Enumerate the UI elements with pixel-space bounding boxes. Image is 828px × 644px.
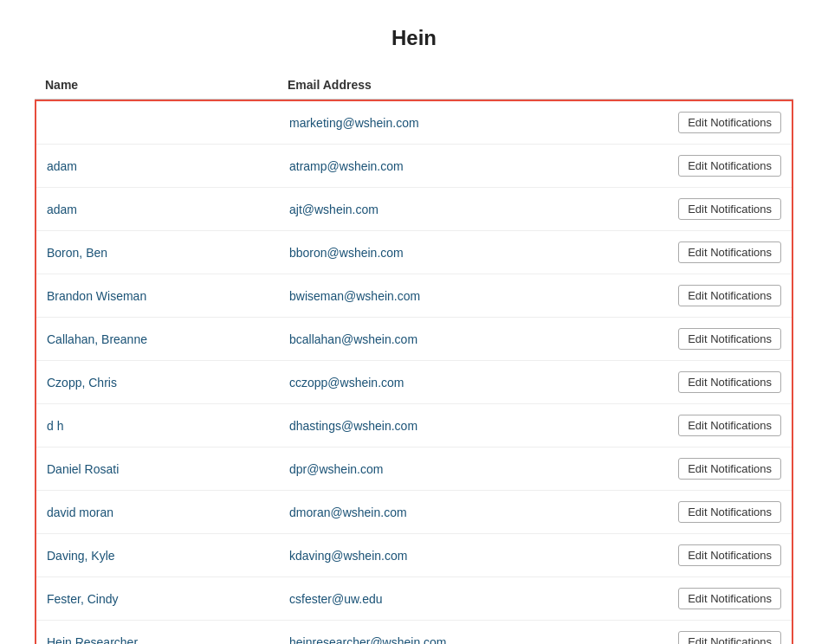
edit-notifications-button[interactable]: Edit Notifications	[678, 631, 781, 644]
edit-notifications-button[interactable]: Edit Notifications	[678, 415, 781, 436]
column-header-name: Name	[45, 78, 288, 92]
edit-notifications-button[interactable]: Edit Notifications	[678, 112, 781, 133]
row-name: david moran	[47, 506, 289, 519]
row-email: heinresearcher@wshein.com	[289, 635, 643, 645]
table-row: david morandmoran@wshein.comEdit Notific…	[36, 491, 792, 534]
row-email: bcallahan@wshein.com	[289, 332, 643, 346]
row-email: bboron@wshein.com	[289, 246, 643, 260]
edit-notifications-button[interactable]: Edit Notifications	[678, 285, 781, 306]
table-body: marketing@wshein.comEdit Notificationsad…	[35, 100, 793, 644]
edit-notifications-button[interactable]: Edit Notifications	[678, 588, 781, 609]
row-email: dhastings@wshein.com	[289, 419, 643, 433]
row-email: kdaving@wshein.com	[289, 549, 643, 563]
row-name: Fester, Cindy	[47, 592, 289, 606]
table-row: Brandon Wisemanbwiseman@wshein.comEdit N…	[36, 274, 792, 318]
row-email: atramp@wshein.com	[289, 159, 643, 173]
row-email: bwiseman@wshein.com	[289, 289, 643, 303]
row-name: Hein Researcher	[47, 635, 289, 645]
table-row: Boron, Benbboron@wshein.comEdit Notifica…	[36, 231, 792, 274]
edit-notifications-button[interactable]: Edit Notifications	[678, 198, 781, 220]
table-row: Daving, Kylekdaving@wshein.comEdit Notif…	[36, 534, 792, 577]
table-row: Hein Researcherheinresearcher@wshein.com…	[36, 621, 792, 644]
edit-notifications-button[interactable]: Edit Notifications	[678, 155, 781, 177]
row-name: adam	[47, 203, 289, 216]
edit-notifications-button[interactable]: Edit Notifications	[678, 458, 781, 480]
row-email: marketing@wshein.com	[289, 116, 643, 130]
table-row: adamajt@wshein.comEdit Notifications	[36, 188, 792, 231]
row-name: Daving, Kyle	[47, 549, 289, 563]
edit-notifications-button[interactable]: Edit Notifications	[678, 371, 781, 393]
table-row: Callahan, Breannebcallahan@wshein.comEdi…	[36, 318, 792, 361]
edit-notifications-button[interactable]: Edit Notifications	[678, 242, 781, 263]
table-row: marketing@wshein.comEdit Notifications	[36, 101, 792, 145]
row-email: dpr@wshein.com	[289, 462, 643, 476]
row-email: dmoran@wshein.com	[289, 506, 643, 519]
edit-notifications-button[interactable]: Edit Notifications	[678, 328, 781, 350]
row-name: d h	[47, 419, 289, 433]
edit-notifications-button[interactable]: Edit Notifications	[678, 501, 781, 523]
row-email: ajt@wshein.com	[289, 203, 643, 216]
row-name: Daniel Rosati	[47, 462, 289, 476]
table-header: Name Email Address	[35, 71, 793, 100]
column-header-email: Email Address	[288, 78, 783, 92]
row-name: Boron, Ben	[47, 246, 289, 260]
table-row: Daniel Rosatidpr@wshein.comEdit Notifica…	[36, 448, 792, 491]
table-row: adamatramp@wshein.comEdit Notifications	[36, 145, 792, 188]
page-title: Hein	[35, 17, 793, 50]
table-row: Fester, Cindycsfester@uw.eduEdit Notific…	[36, 577, 792, 621]
row-name: adam	[47, 159, 289, 173]
row-name: Brandon Wiseman	[47, 289, 289, 303]
row-email: cczopp@wshein.com	[289, 376, 643, 390]
row-name: Callahan, Breanne	[47, 332, 289, 346]
row-name: Czopp, Chris	[47, 376, 289, 390]
table-row: Czopp, Chriscczopp@wshein.comEdit Notifi…	[36, 361, 792, 404]
edit-notifications-button[interactable]: Edit Notifications	[678, 544, 781, 566]
row-email: csfester@uw.edu	[289, 592, 643, 606]
table-row: d hdhastings@wshein.comEdit Notification…	[36, 404, 792, 448]
